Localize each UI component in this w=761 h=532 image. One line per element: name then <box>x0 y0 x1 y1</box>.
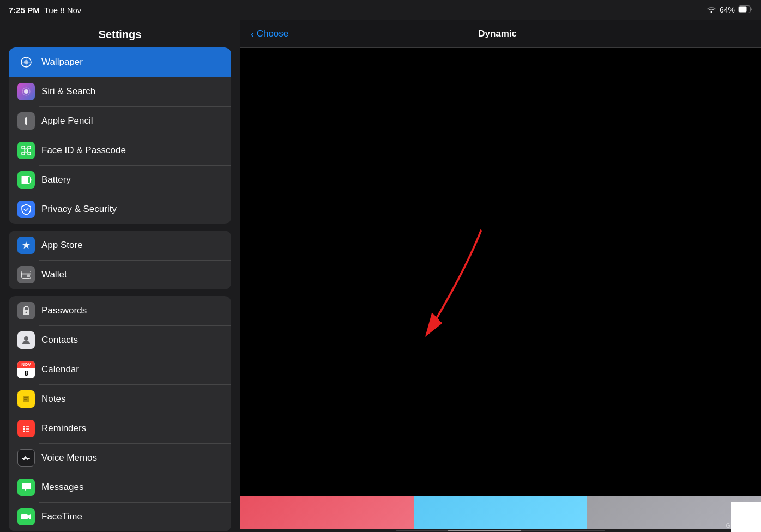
sidebar-item-reminders[interactable]: Reminders <box>9 414 231 443</box>
svg-rect-12 <box>22 152 25 155</box>
sidebar-item-faceid[interactable]: Face ID & Passcode <box>9 136 231 165</box>
svg-rect-32 <box>21 514 28 519</box>
wallpaper-grid <box>240 48 761 51</box>
sidebar-item-appstore[interactable]: App Store <box>9 231 231 260</box>
sidebar-item-voice-memos[interactable]: Voice Memos <box>9 443 231 473</box>
notes-label: Notes <box>41 394 65 404</box>
svg-point-21 <box>26 312 27 313</box>
svg-rect-1 <box>739 6 747 12</box>
sidebar-item-contacts[interactable]: Contacts <box>9 325 231 355</box>
messages-icon <box>17 479 35 496</box>
sidebar-item-wallet[interactable]: Wallet <box>9 260 231 289</box>
messages-label: Messages <box>41 482 83 493</box>
status-bar-right: 64% <box>706 5 752 15</box>
wallet-icon <box>17 266 35 283</box>
wifi-icon <box>706 5 716 15</box>
passwords-label: Passwords <box>41 305 87 316</box>
right-panel-header: ‹ Choose Dynamic <box>240 20 761 48</box>
faceid-label: Face ID & Passcode <box>41 145 126 156</box>
pencil-icon <box>17 112 35 130</box>
facetime-icon <box>17 508 35 525</box>
battery-label: Battery <box>41 174 71 185</box>
voicememos-icon <box>17 449 35 467</box>
appstore-icon <box>17 237 35 254</box>
sidebar-title: Settings <box>0 24 240 47</box>
battery-icon <box>738 5 752 15</box>
wallet-label: Wallet <box>41 269 67 280</box>
siri-label: Siri & Search <box>41 86 95 97</box>
back-label: Choose <box>257 28 289 39</box>
sidebar-item-apple-pencil[interactable]: Apple Pencil <box>9 106 231 136</box>
svg-point-22 <box>24 336 28 341</box>
voicememos-label: Voice Memos <box>41 452 97 463</box>
calendar-icon: NOV 8 <box>17 361 35 378</box>
strip-lightblue[interactable] <box>414 496 588 529</box>
sidebar: Settings Wallpaper <box>0 20 240 532</box>
privacy-icon <box>17 201 35 218</box>
main-layout: Settings Wallpaper <box>0 20 761 532</box>
sidebar-group-1: Wallpaper Siri & Search <box>9 47 231 224</box>
sidebar-item-privacy[interactable]: Privacy & Security <box>9 195 231 224</box>
sidebar-item-passwords[interactable]: Passwords <box>9 296 231 325</box>
status-bar-left: 7:25 PM Tue 8 Nov <box>9 5 81 15</box>
svg-rect-13 <box>28 152 31 155</box>
svg-point-30 <box>23 431 25 432</box>
svg-rect-11 <box>28 146 31 149</box>
svg-rect-8 <box>25 117 27 125</box>
strip-pink[interactable] <box>240 496 414 529</box>
reminders-icon <box>17 420 35 437</box>
contacts-icon <box>17 331 35 349</box>
sidebar-item-messages[interactable]: Messages <box>9 473 231 502</box>
sidebar-item-wallpaper[interactable]: Wallpaper <box>9 47 231 77</box>
svg-point-26 <box>23 426 25 428</box>
battery-settings-icon <box>17 171 35 189</box>
appstore-label: App Store <box>41 240 83 251</box>
svg-point-28 <box>23 428 25 430</box>
svg-point-14 <box>25 149 28 152</box>
sidebar-item-notes[interactable]: Notes <box>9 384 231 414</box>
svg-rect-16 <box>22 177 28 183</box>
bottom-wallpaper-strip <box>240 496 761 529</box>
calendar-label: Calendar <box>41 364 79 375</box>
reminders-label: Reminders <box>41 423 86 434</box>
status-bar: 7:25 PM Tue 8 Nov 64% <box>0 0 761 20</box>
facetime-label: FaceTime <box>41 511 82 522</box>
status-time: 7:25 PM <box>9 5 40 15</box>
wallpaper-icon <box>17 53 35 71</box>
privacy-label: Privacy & Security <box>41 204 117 215</box>
faceid-icon <box>17 142 35 159</box>
sidebar-group-3: Passwords Contacts NOV 8 <box>9 296 231 531</box>
sidebar-item-calendar[interactable]: NOV 8 Calendar <box>9 355 231 384</box>
battery-percentage: 64% <box>720 5 735 14</box>
sidebar-item-facetime[interactable]: FaceTime <box>9 502 231 531</box>
contacts-label: Contacts <box>41 335 78 346</box>
back-chevron-icon: ‹ <box>251 28 255 39</box>
pencil-label: Apple Pencil <box>41 116 93 126</box>
sidebar-group-2: App Store Wallet <box>9 231 231 289</box>
notes-icon <box>17 390 35 408</box>
svg-rect-19 <box>27 275 30 277</box>
svg-rect-10 <box>22 146 25 149</box>
back-button[interactable]: ‹ Choose <box>251 28 288 39</box>
panel-title: Dynamic <box>288 28 706 39</box>
svg-rect-23 <box>23 396 29 402</box>
siri-icon <box>17 83 35 100</box>
sidebar-item-battery[interactable]: Battery <box>9 165 231 195</box>
passwords-icon <box>17 302 35 319</box>
wallpaper-label: Wallpaper <box>41 57 83 68</box>
svg-point-6 <box>24 89 28 94</box>
status-date: Tue 8 Nov <box>44 5 82 15</box>
sidebar-item-siri[interactable]: Siri & Search <box>9 77 231 106</box>
right-panel: ‹ Choose Dynamic <box>240 20 761 532</box>
